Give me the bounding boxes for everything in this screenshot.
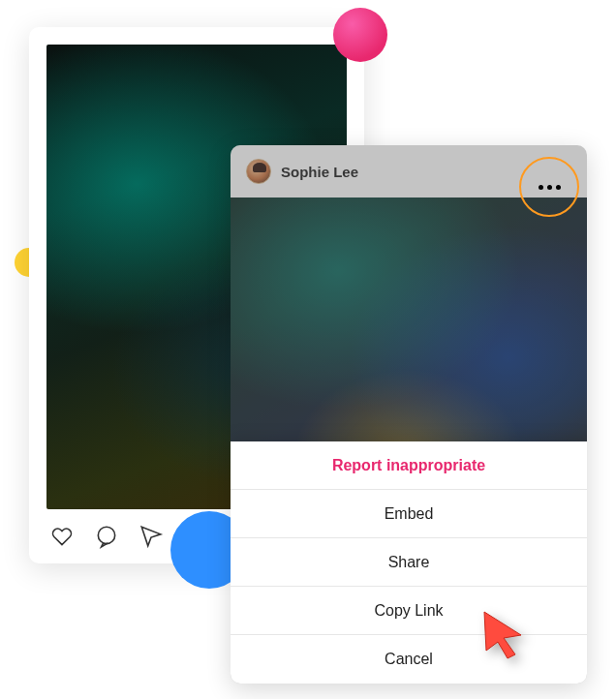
sheet-item-label: Cancel xyxy=(385,651,433,668)
comment-icon[interactable] xyxy=(93,523,120,550)
sheet-item-label: Embed xyxy=(385,505,434,523)
post-card-front: Sophie Lee Report inappropriate Embed Sh… xyxy=(231,145,587,684)
action-sheet: Report inappropriate Embed Share Copy Li… xyxy=(231,441,587,684)
dot-icon xyxy=(539,185,543,190)
svg-point-0 xyxy=(98,527,114,543)
author-name[interactable]: Sophie Lee xyxy=(281,164,358,180)
sheet-item-copy-link[interactable]: Copy Link xyxy=(231,587,587,635)
sheet-item-report[interactable]: Report inappropriate xyxy=(231,441,587,490)
avatar[interactable] xyxy=(246,159,271,184)
cursor-pointer-icon xyxy=(478,608,529,662)
sheet-item-embed[interactable]: Embed xyxy=(231,490,587,538)
sheet-item-share[interactable]: Share xyxy=(231,538,587,587)
sheet-item-label: Copy Link xyxy=(374,602,443,620)
sheet-item-cancel[interactable]: Cancel xyxy=(231,635,587,684)
sheet-item-label: Share xyxy=(388,554,430,571)
share-icon[interactable] xyxy=(138,523,165,550)
dot-icon xyxy=(547,185,552,190)
dot-icon xyxy=(556,185,561,190)
decor-circle-pink xyxy=(333,8,387,62)
heart-icon[interactable] xyxy=(48,523,76,550)
sheet-item-label: Report inappropriate xyxy=(332,457,485,474)
more-options-button[interactable] xyxy=(519,157,579,217)
